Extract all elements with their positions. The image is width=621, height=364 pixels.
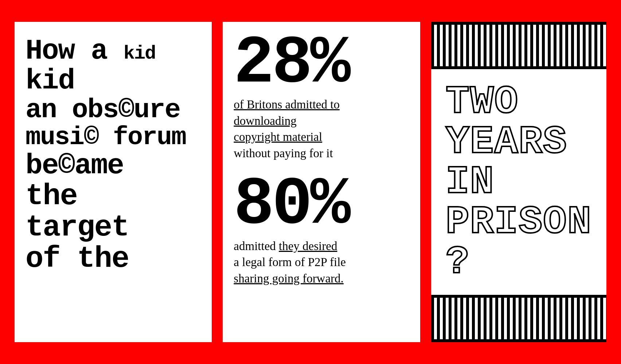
in-text: IN — [446, 162, 592, 202]
left-line-1: How a kid — [26, 36, 201, 66]
stat-2-number: 80% — [234, 174, 409, 236]
left-line-6: the — [26, 181, 201, 212]
card-middle: 28% of Britons admitted to downloading c… — [223, 22, 420, 342]
card-left: How a kid kid an obs©ure musi© forum be©… — [15, 22, 212, 342]
question-mark: ? — [446, 242, 592, 282]
stat-1-text: of Britons admitted to downloading copyr… — [234, 96, 409, 161]
stat1-line1: of Britons admitted to — [234, 98, 340, 111]
card-right: TWO YEARS IN PRISON ? — [431, 22, 606, 342]
stat2-they-desired: they desired — [279, 240, 337, 253]
card-left-content: How a kid kid an obs©ure musi© forum be©… — [26, 36, 201, 275]
prison-text: TWO YEARS IN PRISON ? — [446, 82, 592, 282]
stat1-line2: downloading — [234, 114, 296, 127]
stat2-line2: a legal form of P2P file — [234, 256, 346, 269]
stripes-bottom — [431, 295, 606, 342]
stat-1-number: 28% — [234, 33, 409, 95]
how-a-text: How a — [26, 35, 124, 67]
left-line-7: target — [26, 212, 201, 244]
stat1-line4: without paying for it — [234, 147, 333, 160]
two-text: TWO — [446, 82, 592, 122]
kid-text: kid — [124, 43, 156, 64]
left-line-5: be©ame — [26, 151, 201, 181]
stripes-top — [431, 22, 606, 69]
left-line-8: of the — [26, 244, 201, 275]
prison-text-container: TWO YEARS IN PRISON ? — [431, 69, 606, 295]
stat2-sharing: sharing going forward. — [234, 272, 344, 285]
stat2-admitted: admitted — [234, 240, 279, 253]
stat-2-text: admitted they desired a legal form of P2… — [234, 238, 409, 287]
left-line-4: musi© forum — [26, 124, 201, 151]
prison-word: PRISON — [446, 202, 592, 242]
left-line-2: kid — [26, 66, 201, 96]
left-line-3: an obs©ure — [26, 96, 201, 124]
years-text: YEARS — [446, 122, 592, 162]
stat1-line3: copyright material — [234, 130, 322, 143]
